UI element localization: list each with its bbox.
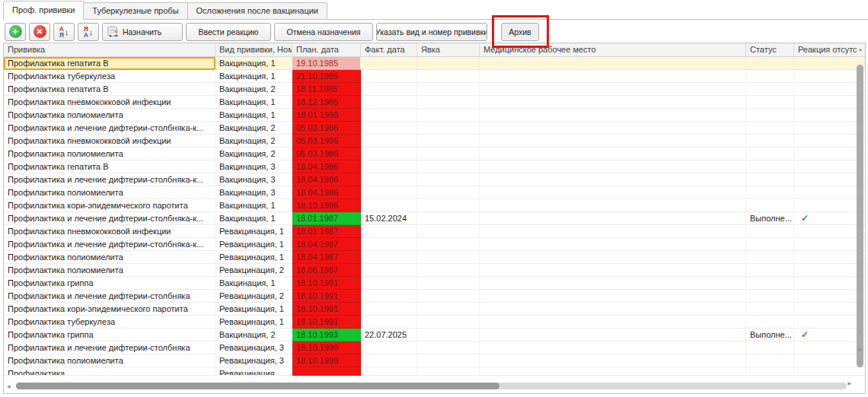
cell-kind-number[interactable]: Ревакцинация, 1	[215, 251, 292, 264]
cell-attendance[interactable]	[417, 83, 480, 96]
table-row[interactable]: Профилактика кори-эпидемического паротит…	[4, 303, 865, 316]
cell-plan-date[interactable]: 18.06.1987	[292, 264, 361, 277]
specify-kind-number-button[interactable]: Указать вид и номер прививки	[376, 23, 487, 41]
column-header-vaccine[interactable]: Прививка	[4, 43, 215, 56]
cell-workplace[interactable]	[480, 57, 746, 70]
cell-vaccine[interactable]: Профилактика и лечение дифтерии-столбняк…	[4, 173, 215, 186]
cell-vaccine[interactable]: Профилактика полиомиелита	[4, 186, 215, 199]
cell-attendance[interactable]	[417, 212, 480, 225]
cell-plan-date[interactable]: 18.11.1985	[292, 83, 361, 96]
cell-workplace[interactable]	[480, 173, 746, 186]
cell-fact-date[interactable]	[361, 277, 417, 290]
cell-attendance[interactable]	[417, 70, 480, 83]
cell-fact-date[interactable]	[361, 135, 417, 148]
cell-workplace[interactable]	[480, 109, 746, 122]
cell-kind-number[interactable]: Ревакцинация, 1	[215, 238, 292, 251]
cell-plan-date[interactable]: 18.10.1991	[292, 316, 361, 329]
cell-status[interactable]	[746, 316, 794, 329]
table-row[interactable]: Профилактика кори-эпидемического паротит…	[4, 199, 865, 212]
cell-attendance[interactable]	[417, 225, 480, 238]
cancel-assignment-button[interactable]: Отмена назначения	[274, 23, 373, 41]
cell-status[interactable]	[746, 264, 794, 277]
cell-kind-number[interactable]: Ревакцинация, 2	[215, 264, 292, 277]
cell-fact-date[interactable]	[361, 148, 417, 160]
sort-descending-button[interactable]: ЯА ↓	[78, 23, 99, 41]
cell-status[interactable]	[746, 173, 794, 186]
cell-vaccine[interactable]: Профилактика гепатита B	[4, 83, 215, 96]
cell-attendance[interactable]	[417, 122, 480, 135]
cell-workplace[interactable]	[480, 148, 746, 160]
cell-kind-number[interactable]: Вакцинация, 2	[215, 329, 292, 341]
cell-status[interactable]	[746, 57, 794, 70]
cell-fact-date[interactable]	[361, 160, 417, 173]
cell-status[interactable]	[746, 96, 794, 109]
cell-plan-date[interactable]: 18.04.1986	[292, 173, 361, 186]
cell-status[interactable]	[746, 341, 794, 354]
cell-kind-number[interactable]: Ревакцинация, 2	[215, 290, 292, 303]
table-row[interactable]: Профилактика пневмококковой инфекции Рев…	[4, 225, 865, 238]
table-row[interactable]: Профилактика Ревакцинация	[4, 367, 865, 376]
cell-workplace[interactable]	[480, 354, 746, 367]
cell-fact-date[interactable]	[361, 70, 417, 83]
cell-fact-date[interactable]	[361, 238, 417, 251]
cell-workplace[interactable]	[480, 316, 746, 329]
cell-status[interactable]	[746, 148, 794, 160]
cell-vaccine[interactable]: Профилактика полиомиелита	[4, 109, 215, 122]
cell-plan-date[interactable]: 18.01.1987	[292, 212, 361, 225]
cell-plan-date[interactable]: 18.10.1991	[292, 290, 361, 303]
cell-kind-number[interactable]: Вакцинация, 3	[215, 173, 292, 186]
cell-vaccine[interactable]: Профилактика полиомиелита	[4, 264, 215, 277]
cell-kind-number[interactable]: Вакцинация, 1	[215, 212, 292, 225]
cell-attendance[interactable]	[417, 290, 480, 303]
cell-attendance[interactable]	[417, 186, 480, 199]
cell-status[interactable]	[746, 277, 794, 290]
cell-vaccine[interactable]: Профилактика гриппа	[4, 277, 215, 290]
cell-fact-date[interactable]	[361, 251, 417, 264]
cell-kind-number[interactable]: Вакцинация, 3	[215, 160, 292, 173]
table-row[interactable]: Профилактика пневмококковой инфекции Вак…	[4, 135, 865, 148]
table-row[interactable]: Профилактика гепатита B Вакцинация, 3 18…	[4, 160, 865, 173]
cell-workplace[interactable]	[480, 199, 746, 212]
cell-plan-date[interactable]: 18.04.1987	[292, 251, 361, 264]
table-row[interactable]: Профилактика полиомиелита Вакцинация, 2 …	[4, 148, 865, 160]
cell-fact-date[interactable]	[361, 225, 417, 238]
cell-fact-date[interactable]	[361, 290, 417, 303]
cell-status[interactable]	[746, 109, 794, 122]
cell-vaccine[interactable]: Профилактика пневмококковой инфекции	[4, 135, 215, 148]
cell-plan-date[interactable]: 18.10.1999	[292, 354, 361, 367]
cell-plan-date[interactable]: 18.10.1999	[292, 341, 361, 354]
cell-fact-date[interactable]	[361, 57, 417, 70]
table-row[interactable]: Профилактика гриппа Вакцинация, 1 18.10.…	[4, 277, 865, 290]
cell-workplace[interactable]	[480, 122, 746, 135]
table-row[interactable]: Профилактика полиомиелита Вакцинация, 1 …	[4, 109, 865, 122]
archive-button[interactable]: Архив	[501, 23, 539, 41]
cell-plan-date[interactable]: 21.10.1985	[292, 70, 361, 83]
cell-attendance[interactable]	[417, 148, 480, 160]
table-row[interactable]: Профилактика гриппа Вакцинация, 2 18.10.…	[4, 329, 865, 341]
cell-vaccine[interactable]: Профилактика и лечение дифтерии-столбняк…	[4, 122, 215, 135]
cell-kind-number[interactable]: Вакцинация, 1	[215, 109, 292, 122]
vertical-scrollbar-thumb[interactable]	[857, 65, 863, 367]
cell-attendance[interactable]	[417, 135, 480, 148]
cell-fact-date[interactable]	[361, 96, 417, 109]
cell-status[interactable]	[746, 290, 794, 303]
cell-fact-date[interactable]	[361, 264, 417, 277]
cell-status[interactable]	[746, 122, 794, 135]
cell-kind-number[interactable]: Ревакцинация, 1	[215, 303, 292, 316]
cell-status[interactable]	[746, 186, 794, 199]
scroll-left-icon[interactable]: ◀	[7, 384, 11, 389]
cell-kind-number[interactable]: Вакцинация, 2	[215, 122, 292, 135]
cell-status[interactable]	[746, 135, 794, 148]
cell-status[interactable]	[746, 70, 794, 83]
cell-attendance[interactable]	[417, 57, 480, 70]
cell-workplace[interactable]	[480, 341, 746, 354]
column-header-workplace[interactable]: Медицинское рабочее место	[480, 43, 746, 56]
scroll-down-icon[interactable]: ▼	[857, 348, 862, 352]
cell-status[interactable]	[746, 225, 794, 238]
cell-workplace[interactable]	[480, 135, 746, 148]
cell-plan-date[interactable]: 18.12.1985	[292, 96, 361, 109]
horizontal-scrollbar[interactable]: ◀ ▶	[5, 382, 853, 390]
cell-status[interactable]	[746, 160, 794, 173]
column-header-kind-number[interactable]: Вид прививки, Ном..	[215, 43, 292, 56]
cell-plan-date[interactable]: 18.04.1986	[292, 186, 361, 199]
